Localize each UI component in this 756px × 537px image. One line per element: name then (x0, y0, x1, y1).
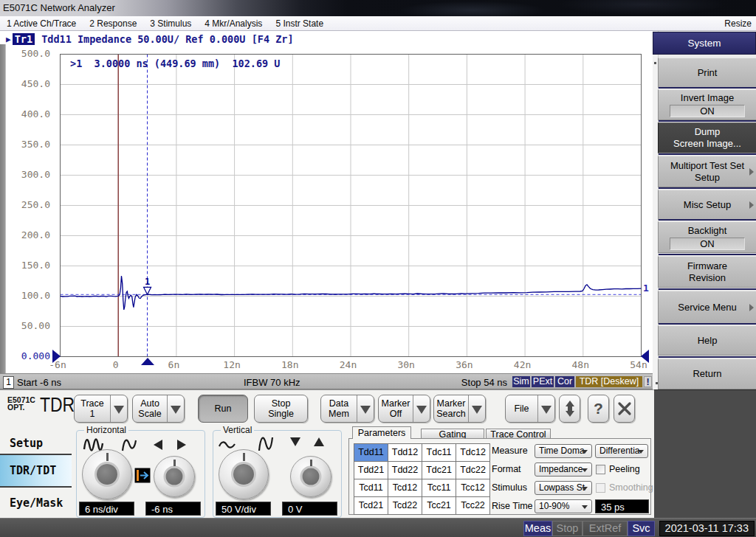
param-cell-tcd22[interactable]: Tcd22 (388, 496, 422, 515)
param-cell-tdc12[interactable]: Tdc12 (456, 443, 490, 462)
button-label-line: Single (255, 409, 307, 419)
ifbw-label[interactable]: IFBW 70 kHz (244, 377, 300, 388)
menu-item-3[interactable]: 3 Stimulus (143, 16, 198, 31)
tdr-tab-eye-mask[interactable]: Eye/Mask (0, 492, 72, 514)
softkey-print[interactable]: Print (658, 58, 756, 88)
tdr-button-file[interactable]: File (505, 395, 555, 423)
wide-wave-icon (121, 434, 137, 455)
dropdown-arrow-icon[interactable] (110, 395, 127, 422)
reference-level-indicator (52, 350, 61, 363)
tdr-button-help[interactable]: ? (588, 395, 609, 423)
dropdown-arrow-icon[interactable] (413, 395, 430, 422)
param-tab-gating[interactable]: Gating (421, 429, 484, 439)
sweep-stop-label[interactable]: Stop 54 ns (461, 377, 507, 388)
x-axis-tick: 24n (326, 359, 371, 370)
param-cell-tdd21[interactable]: Tdd21 (354, 461, 388, 479)
vertical-scale-knob[interactable] (219, 449, 269, 499)
large-amplitude-wave-icon-holder (258, 433, 274, 458)
tdr-button-markersearch[interactable]: MarkerSearch (433, 395, 486, 423)
param-cell-tdd22[interactable]: Tdd22 (388, 461, 422, 479)
small-amplitude-wave-icon (218, 440, 237, 450)
softkey-backlight[interactable]: BacklightON (658, 221, 756, 253)
tdr-button-run[interactable]: Run (198, 395, 248, 423)
x-axis-tick: 30n (384, 359, 428, 370)
sweep-start-label[interactable]: Start -6 ns (17, 377, 61, 388)
softkey-label: Invert Image (681, 92, 734, 104)
y-axis-tick: 150.0 (6, 260, 50, 271)
param-cell-tdc11[interactable]: Tdc11 (422, 443, 456, 462)
y-axis-tick: 100.0 (6, 290, 50, 301)
button-label: MarkerSearch (434, 398, 468, 419)
param-cell-tdd11[interactable]: Tdd11 (354, 443, 388, 462)
tdr-button-markeroff[interactable]: MarkerOff (378, 395, 430, 423)
combo-differentia[interactable]: Differentia (595, 444, 648, 458)
softkey-label: Screen Image... (673, 138, 741, 150)
dropdown-arrow-icon[interactable] (468, 395, 485, 422)
horizontal-offset-knob[interactable] (154, 456, 195, 497)
tdr-tab-tdr-tdt[interactable]: TDR/TDT (0, 454, 72, 488)
softkey-dump-screen-image[interactable]: DumpScreen Image... (658, 122, 756, 153)
softkey-invert-image[interactable]: Invert ImageON (658, 89, 756, 120)
menu-item-2[interactable]: 2 Response (83, 16, 143, 31)
vertical-offset-knob[interactable] (290, 456, 331, 497)
channel-number: 1 (3, 376, 14, 389)
x-axis-tick: 0 (94, 359, 138, 370)
plot-area[interactable]: 1 (60, 54, 642, 357)
param-tab-trace-control[interactable]: Trace Control (486, 429, 551, 439)
param-label-measure: Measure (492, 446, 528, 456)
softkey-misc-setup[interactable]: Misc Setup (658, 190, 756, 220)
vertical-offset-knob-display: 0 V (282, 502, 337, 516)
dropdown-arrow-icon[interactable] (537, 395, 554, 422)
param-cell-tcd21[interactable]: Tcd21 (354, 496, 388, 515)
x-axis-tick: 36n (442, 359, 487, 370)
param-cell-tdd12[interactable]: Tdd12 (388, 443, 422, 462)
pan-left-icon (154, 440, 162, 450)
tdr-button-close[interactable] (614, 395, 635, 423)
param-cell-tcc11[interactable]: Tcc11 (422, 479, 456, 497)
param-tab-parameters[interactable]: Parameters (352, 426, 411, 439)
param-cell-tcc12[interactable]: Tcc12 (456, 479, 490, 497)
checkbox-peeling[interactable] (596, 465, 605, 474)
tdr-button-trace[interactable]: Trace1 (74, 395, 128, 423)
combo-measure[interactable]: Time Doma (535, 444, 592, 458)
tdr-button-stopsingle[interactable]: StopSingle (254, 395, 308, 423)
combo-stimulus[interactable]: Lowpass St (535, 481, 592, 495)
param-cell-tcc21[interactable]: Tcc21 (422, 496, 456, 515)
tdr-button-updown[interactable] (559, 395, 580, 423)
dropdown-arrow-icon[interactable] (357, 395, 374, 422)
large-amplitude-wave-icon (258, 433, 274, 455)
menu-item-1[interactable]: 1 Active Ch/Trace (0, 16, 83, 31)
param-cell-tcd11[interactable]: Tcd11 (354, 479, 388, 497)
param-cell-tdc21[interactable]: Tdc21 (422, 461, 456, 479)
softkey-service-menu[interactable]: Service Menu (658, 291, 756, 324)
dropdown-arrow-icon[interactable] (167, 395, 184, 422)
param-cell-tcd12[interactable]: Tcd12 (388, 479, 422, 497)
softkey-firmware-revision[interactable]: FirmwareRevision (658, 256, 756, 288)
menu-item-5[interactable]: 5 Instr State (269, 16, 330, 31)
horizontal-scale-knob[interactable] (82, 449, 132, 499)
button-label-line: Marker (434, 398, 468, 409)
window-titlebar[interactable]: E5071C Network Analyzer (0, 0, 756, 16)
softkey-multiport-test-set-setup[interactable]: Multiport Test SetSetup (658, 156, 756, 187)
combo-format[interactable]: Impedance (535, 462, 592, 477)
menu-resize[interactable]: Resize (724, 18, 752, 29)
softkey-help[interactable]: Help (658, 325, 756, 356)
channel-badge-tdr-deskew: TDR [Deskew] (576, 376, 642, 387)
trace-number-badge[interactable]: Tr1 (13, 33, 35, 45)
param-cell-tdc22[interactable]: Tdc22 (456, 461, 490, 479)
softkey-return[interactable]: Return (658, 358, 756, 389)
tdr-tab-setup[interactable]: Setup (0, 432, 72, 454)
tdr-button-autoscale[interactable]: AutoScale (132, 395, 185, 423)
tdr-button-datamem[interactable]: DataMem (320, 395, 374, 423)
button-label: File (506, 403, 537, 414)
x-axis-tick: 48n (558, 359, 602, 370)
softkey-label: Help (698, 335, 718, 347)
param-label-rise-time: Rise Time (492, 501, 533, 511)
submenu-arrow-icon (749, 304, 754, 311)
submenu-arrow-icon (749, 168, 754, 176)
status-badge-stop: Stop (552, 521, 583, 536)
menu-item-4[interactable]: 4 Mkr/Analysis (198, 16, 269, 31)
combo-rise-time[interactable]: 10-90% (535, 499, 592, 513)
param-cell-tcc22[interactable]: Tcc22 (456, 496, 490, 515)
y-axis-tick: 400.0 (6, 108, 50, 119)
